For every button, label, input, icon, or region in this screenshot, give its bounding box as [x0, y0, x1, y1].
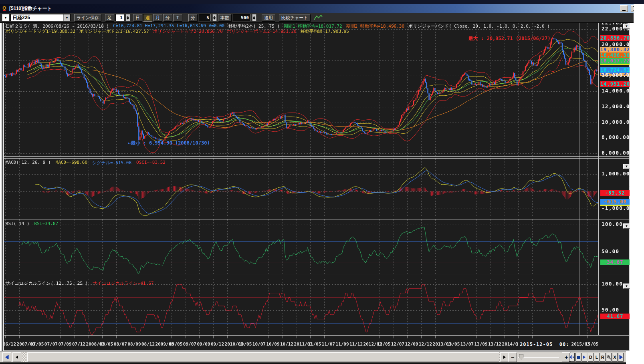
rsi-header: RSI( 14 )RSI=34.87	[6, 221, 58, 226]
psychological-scale-dropdown-button[interactable]: ▼	[623, 284, 630, 289]
axis-value-badge: 34.87	[600, 259, 630, 265]
chart-canvas[interactable]	[4, 23, 630, 351]
r-mode-button[interactable]: R	[600, 353, 606, 362]
slider-track	[518, 357, 559, 358]
scroll-left-button[interactable]	[12, 352, 21, 362]
max-price-annotation: 最大 : 20,952.71 (2015/06/27)	[468, 35, 551, 42]
header-segment: シグナル=-615.08	[92, 160, 131, 166]
axis-label: 50.00	[602, 249, 630, 254]
screen: [5110]指数チャート ▼ 日経225 ▼ ライン保存 足 1 日週月分T 分…	[0, 0, 644, 364]
psychological-header: サイコロジカルライン( 12, 75, 25 )サイコロジカルライン=41.67	[6, 280, 154, 286]
date-tick-label: 12/12	[419, 342, 432, 347]
header-segment: RSI=34.87	[34, 221, 59, 226]
maximize-button[interactable]	[631, 5, 634, 12]
period-button-分[interactable]: 分	[163, 14, 172, 22]
date-tick-label: 09/05	[169, 342, 182, 347]
macd-header: MACD( 12, 26, 9 )MACD=-698.60シグナル=-615.0…	[6, 160, 166, 166]
date-tick-label: 10/07	[252, 342, 266, 347]
spin-down-icon	[213, 18, 216, 20]
zoom-tool-button[interactable]	[606, 353, 612, 362]
bar-arrow-right-icon	[618, 355, 623, 359]
header-segment: ボリンジャートップ2=20,856.70	[153, 28, 223, 34]
window-bottom-edge	[0, 362, 626, 364]
bar-width-slider[interactable]	[518, 353, 559, 361]
period-button-月[interactable]: 月	[153, 14, 162, 22]
period-button-T[interactable]: T	[173, 14, 182, 22]
header-segment: ボリンジャーボトム1=16,427.57	[79, 28, 149, 34]
app-window: [5110]指数チャート ▼ 日経225 ▼ ライン保存 足 1 日週月分T 分…	[0, 4, 634, 364]
bottom-scrollbar: − + D L R X	[0, 351, 626, 362]
period-button-週[interactable]: 週	[143, 14, 152, 22]
bar-interval-value: 1	[120, 15, 123, 20]
bar-interval-spinner[interactable]	[126, 14, 130, 21]
symbol-select[interactable]: 日経225 ▼	[10, 14, 71, 21]
chart-region: 日経２２５( 週, 2006/08/26 - 2016/03/18 )C=16,…	[3, 23, 630, 351]
slider-thumb[interactable]	[519, 354, 523, 360]
axis-label: 8,000.00	[602, 135, 630, 140]
count-spinner[interactable]	[252, 14, 256, 21]
date-tick-label: 11/12	[349, 342, 363, 347]
scroll-to-start-button[interactable]	[2, 352, 11, 362]
period-button-日[interactable]: 日	[133, 14, 142, 22]
rsi-scale-dropdown-button[interactable]: ▼	[623, 223, 630, 229]
axis-label: 20,000.00	[602, 42, 630, 47]
save-line-button[interactable]: ライン保存	[74, 14, 101, 22]
titlebar: [5110]指数チャート	[0, 4, 634, 13]
axis-value-badge: 18,496.30	[600, 52, 630, 58]
axis-value-badge: 20,856.70	[600, 35, 630, 41]
date-tick-label: 08/12	[141, 342, 155, 347]
header-segment: RSI( 14 )	[6, 221, 30, 226]
date-tick-label: 13/12	[488, 342, 501, 347]
date-tick-label: 10/05	[238, 342, 252, 347]
play-button[interactable]	[581, 353, 587, 362]
compare-chart-button[interactable]: 比較チャート	[279, 14, 311, 22]
cursor-date-readout: 2015-12-05 00:	[518, 342, 571, 347]
minimize-button[interactable]	[620, 5, 628, 12]
arrow-right-icon	[503, 356, 506, 359]
d-mode-button[interactable]: D	[588, 353, 594, 362]
fit-width-button[interactable]	[569, 353, 575, 362]
scrollbar-thumb[interactable]	[27, 352, 499, 362]
apply-button[interactable]: 適用	[262, 14, 275, 22]
spin-down-icon	[127, 18, 129, 20]
symbol-value: 日経225	[11, 14, 63, 21]
header-segment: 移動平均線=17,903.95	[301, 28, 349, 34]
symbol-dropdown-arrow-icon[interactable]: ▼	[63, 14, 70, 21]
scrollbar-track[interactable]	[22, 352, 500, 362]
header-segment: ボリンジャーボトム2=14,951.20	[227, 28, 297, 34]
trendline-tool-icon[interactable]	[313, 14, 323, 21]
zoom-out-button[interactable]: −	[508, 352, 517, 362]
main-scale-dropdown-button[interactable]: ▼	[623, 24, 630, 29]
stop-icon	[577, 356, 580, 359]
axis-label: 50.00	[602, 307, 630, 313]
date-tick-label: 08/05	[100, 342, 113, 347]
minute-spinner[interactable]	[212, 14, 217, 21]
axis-label: 1,000.00	[602, 171, 630, 177]
min-price-annotation: ←最小 : 6,994.90 (2008/10/30)	[128, 140, 210, 147]
period-button-group: 日週月分T	[133, 14, 182, 22]
scroll-right-button[interactable]	[500, 352, 509, 362]
count-value: 500	[241, 15, 249, 20]
count-input[interactable]: 500	[233, 14, 250, 21]
axis-value-badge: -83.52	[600, 190, 630, 196]
toolbar: ▼ 日経225 ▼ ライン保存 足 1 日週月分T 分 5 本数 500 適用 …	[0, 13, 634, 23]
close-tool-button[interactable]: X	[612, 353, 618, 362]
date-tick-label: 11/07	[322, 342, 335, 347]
magnifier-icon	[606, 355, 611, 360]
step-forward-button[interactable]	[618, 353, 624, 362]
stop-button[interactable]	[575, 353, 581, 362]
header-segment: OSCI=-83.52	[136, 160, 166, 166]
count-label: 本数	[218, 14, 232, 22]
header-segment: ボリンジャーバンド( Close, 20, 1.0, -1.0, 0, 2.0,…	[408, 23, 550, 29]
date-tick-label: 13/07	[460, 342, 474, 347]
axis-label: 10,000.00	[602, 119, 630, 125]
minimize-icon	[622, 10, 626, 11]
date-tick-label: 07/05	[30, 342, 44, 347]
symbol-history-dropdown-button[interactable]: ▼	[2, 14, 9, 21]
date-tick-label: 07/09	[58, 342, 71, 347]
l-mode-button[interactable]: L	[594, 353, 600, 362]
bar-interval-input[interactable]: 1	[115, 14, 124, 21]
macd-scale-dropdown-button[interactable]: ▼	[623, 164, 630, 169]
date-tick-label: 10/12	[280, 342, 293, 347]
minute-input[interactable]: 5	[199, 14, 211, 21]
